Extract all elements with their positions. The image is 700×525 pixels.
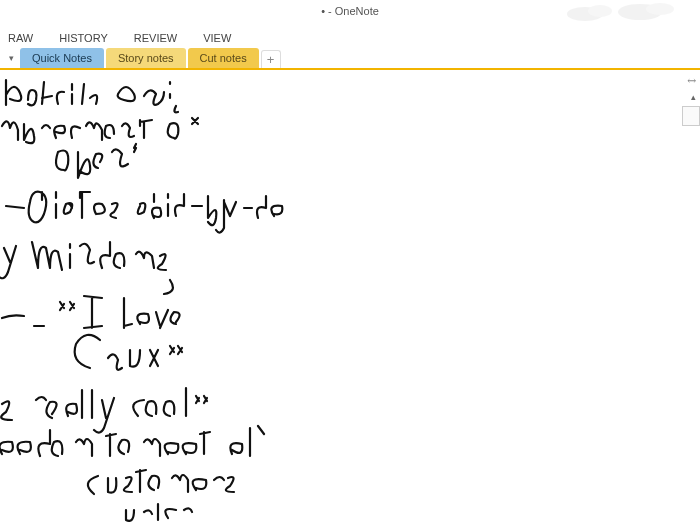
ribbon-tabs: RAW HISTORY REVIEW VIEW [0, 22, 700, 46]
ribbon-tab-raw[interactable]: RAW [6, 30, 35, 46]
window-title: • - OneNote [321, 5, 379, 17]
expand-panel-icon[interactable]: ⤢ [684, 73, 700, 89]
notebook-dropdown[interactable]: ▾ [4, 48, 18, 68]
section-tab-label: Story notes [118, 52, 174, 64]
handwriting-ink [0, 70, 680, 522]
title-bar: • - OneNote [0, 0, 700, 22]
ribbon-tab-history[interactable]: HISTORY [57, 30, 110, 46]
section-tab-label: Cut notes [200, 52, 247, 64]
section-tab-cut-notes[interactable]: Cut notes [188, 48, 259, 68]
ribbon-tab-view[interactable]: VIEW [201, 30, 233, 46]
section-tab-label: Quick Notes [32, 52, 92, 64]
plus-icon: + [267, 52, 275, 67]
section-tab-row: ▾ Quick Notes Story notes Cut notes + [0, 46, 700, 70]
svg-point-1 [588, 5, 612, 17]
section-tab-quick-notes[interactable]: Quick Notes [20, 48, 104, 68]
page-tab[interactable] [682, 106, 700, 126]
clouds-decoration [560, 0, 690, 22]
ribbon-tab-review[interactable]: REVIEW [132, 30, 179, 46]
add-section-button[interactable]: + [261, 50, 281, 68]
note-canvas[interactable]: ⤢ ▴ [0, 70, 700, 522]
page-panel: ⤢ ▴ [680, 70, 700, 522]
svg-point-3 [646, 3, 674, 15]
collapse-arrow-icon[interactable]: ▴ [691, 92, 696, 102]
section-tab-story-notes[interactable]: Story notes [106, 48, 186, 68]
